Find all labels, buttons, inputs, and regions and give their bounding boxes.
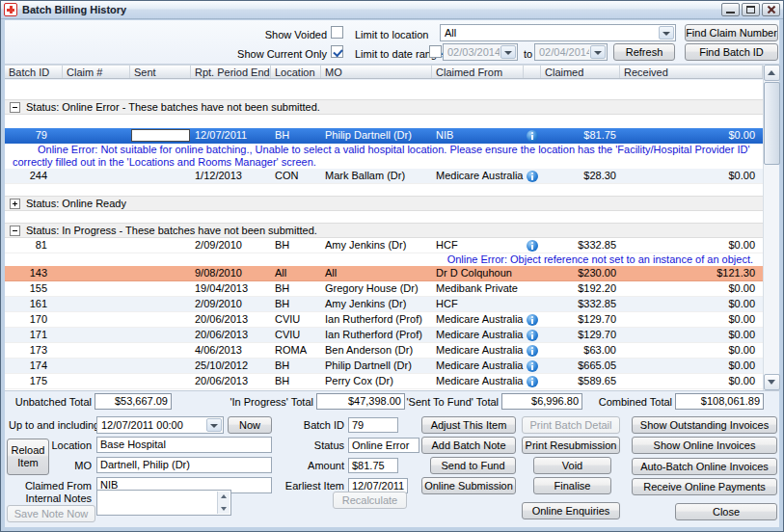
info-icon[interactable] (527, 240, 538, 252)
location-dropdown-arrow-icon[interactable] (659, 26, 674, 40)
cell-rpt: 25/10/2012 (191, 359, 271, 373)
close-window-button[interactable] (762, 3, 780, 16)
location-combobox[interactable]: All (440, 24, 676, 41)
info-icon[interactable] (527, 376, 538, 387)
batch-row-244[interactable]: 2441/12/2013CONMark Ballam (Dr)Medicare … (5, 169, 763, 184)
date-from-dropdown-arrow-icon[interactable] (500, 45, 516, 59)
cell-rpt: 2/09/2010 (191, 238, 271, 253)
now-button[interactable]: Now (228, 416, 272, 434)
find-batch-id-button[interactable]: Find Batch ID (685, 43, 778, 61)
auto-batch-online-invoices-button[interactable]: Auto-Batch Online Invoices (632, 458, 777, 475)
collapse-group-icon[interactable] (10, 226, 20, 236)
column-header-claimed[interactable]: Claimed (541, 66, 620, 78)
cell-claimed: $63.00 (541, 343, 620, 358)
cell-info (524, 281, 541, 296)
date-to-dropdown-arrow-icon[interactable] (590, 45, 606, 59)
maximize-button[interactable] (742, 3, 760, 16)
batch-row-79[interactable]: 7912/07/2011BHPhilip Dartnell (Dr)NIB$81… (5, 128, 763, 144)
group-header-row[interactable]: Status: Online Ready (5, 196, 763, 211)
column-header-claim-number[interactable]: Claim # (63, 66, 130, 78)
limit-date-range-checkbox[interactable] (429, 45, 442, 58)
combined-total-value: $108,061.89 (675, 393, 764, 410)
scroll-up-arrow-icon[interactable] (764, 65, 780, 81)
print-resubmission-button[interactable]: Print Resubmission (522, 437, 620, 454)
cell-received: $0.00 (620, 374, 763, 388)
batch-row-170[interactable]: 17020/06/2013CVIUIan Rutherford (Prof)Me… (5, 312, 763, 328)
show-voided-checkbox[interactable] (331, 26, 343, 39)
find-claim-number-button[interactable]: Find Claim Number (685, 24, 778, 41)
internal-notes-textarea[interactable] (96, 490, 231, 516)
column-header-info[interactable] (524, 66, 541, 78)
table-scrollbar[interactable] (763, 65, 779, 390)
refresh-button[interactable]: Refresh (613, 43, 675, 61)
column-header-batch-id[interactable]: Batch ID (5, 66, 63, 78)
batch-row-173[interactable]: 1734/06/2013ROMABen Anderson (Dr)Medicar… (5, 343, 763, 359)
save-note-now-button[interactable]: Save Note Now (7, 505, 95, 522)
scrollbar-thumb[interactable] (764, 82, 780, 165)
group-header-row[interactable]: Status: In Progress - These batches have… (5, 223, 763, 238)
batch-row-143[interactable]: 1439/08/2010AllAllDr D Colquhoun$230.00$… (5, 266, 763, 281)
sent-date-editor[interactable] (131, 129, 190, 142)
column-header-rpt-period-end[interactable]: Rpt. Period End (191, 66, 271, 78)
online-enquiries-button[interactable]: Online Enquiries (522, 502, 620, 519)
batch-row-155[interactable]: 15519/04/2013BHGregory House (Dr)Mediban… (5, 281, 763, 297)
column-header-location[interactable]: Location (271, 66, 321, 78)
receive-online-payments-button[interactable]: Receive Online Payments (632, 478, 777, 495)
location-field[interactable]: Base Hospital (96, 437, 272, 453)
up-to-dropdown-arrow-icon[interactable] (206, 418, 222, 432)
online-submission-button[interactable]: Online Submission (421, 477, 516, 494)
group-label: Status: Online Ready (26, 198, 126, 209)
collapse-group-icon[interactable] (10, 102, 20, 113)
cell-claimed: $589.65 (541, 374, 620, 388)
cell-location: BH (271, 297, 321, 311)
column-header-claimed-from[interactable]: Claimed From (432, 66, 524, 78)
print-batch-detail-button[interactable]: Print Batch Detail (522, 416, 620, 434)
scroll-down-arrow-icon[interactable] (764, 374, 780, 390)
adjust-this-item-button[interactable]: Adjust This Item (421, 416, 516, 434)
cell-info (524, 238, 541, 253)
batch-id-label: Batch ID (283, 419, 344, 432)
show-current-only-label: Show Current Only (229, 48, 327, 61)
show-current-only-checkbox[interactable] (331, 45, 343, 58)
batch-row-161[interactable]: 1612/09/2010BHAmy Jenkins (Dr)HCF$332.85… (5, 297, 763, 312)
date-from-combobox[interactable]: 02/03/2014 (443, 43, 518, 61)
cell-claim (63, 281, 130, 296)
up-to-combobox[interactable]: 12/07/2011 00:00 (96, 416, 224, 434)
send-to-fund-button[interactable]: Send to Fund (430, 457, 516, 474)
minimize-button[interactable] (721, 3, 740, 16)
cell-info (524, 343, 541, 358)
show-outstanding-invoices-button[interactable]: Show Outstanding Invoices (632, 416, 777, 434)
info-icon[interactable] (527, 130, 538, 142)
info-icon[interactable] (527, 360, 538, 372)
void-button[interactable]: Void (533, 457, 611, 474)
info-icon[interactable] (527, 345, 538, 357)
column-header-mo[interactable]: MO (321, 66, 432, 78)
batch-row-81[interactable]: 812/09/2010BHAmy Jenkins (Dr)HCF$332.85$… (5, 238, 763, 253)
cell-location: CON (271, 169, 321, 183)
group-header-row[interactable]: Status: Online Error - These batches hav… (5, 99, 763, 115)
info-icon[interactable] (527, 330, 538, 341)
sent-to-fund-total-value: $6,996.80 (501, 393, 582, 410)
info-icon[interactable] (527, 314, 538, 326)
cell-received: $0.00 (620, 328, 763, 342)
batch-row-171[interactable]: 17120/06/2013CVIUIan Rutherford (Prof)Me… (5, 328, 763, 343)
column-header-received[interactable]: Received (620, 66, 763, 78)
add-batch-note-button[interactable]: Add Batch Note (421, 437, 516, 454)
column-header-sent[interactable]: Sent (130, 66, 191, 78)
title-bar[interactable]: Batch Billing History (1, 1, 783, 19)
info-icon[interactable] (527, 171, 538, 182)
date-to-combobox[interactable]: 02/04/2014 (534, 43, 608, 61)
finalise-button[interactable]: Finalise (533, 477, 611, 494)
show-online-invoices-button[interactable]: Show Online Invoices (632, 437, 777, 454)
claimed-from-label: Claimed From (5, 480, 92, 492)
notes-scrollbar-icons[interactable] (217, 492, 230, 514)
close-button[interactable]: Close (675, 503, 777, 520)
mo-field[interactable]: Dartnell, Philip (Dr) (96, 457, 272, 473)
batch-row-174[interactable]: 17425/10/2012BHPhilip Dartnell (Dr)Medic… (5, 359, 763, 374)
cell-mo: All (321, 266, 432, 280)
expand-group-icon[interactable] (10, 199, 20, 209)
recalculate-button[interactable]: Recalculate (333, 492, 407, 509)
cell-from: HCF (432, 238, 524, 253)
cell-claimed: $192.20 (541, 281, 620, 296)
batch-row-175[interactable]: 17520/06/2013BHPerry Cox (Dr)Medicare Au… (5, 374, 763, 389)
